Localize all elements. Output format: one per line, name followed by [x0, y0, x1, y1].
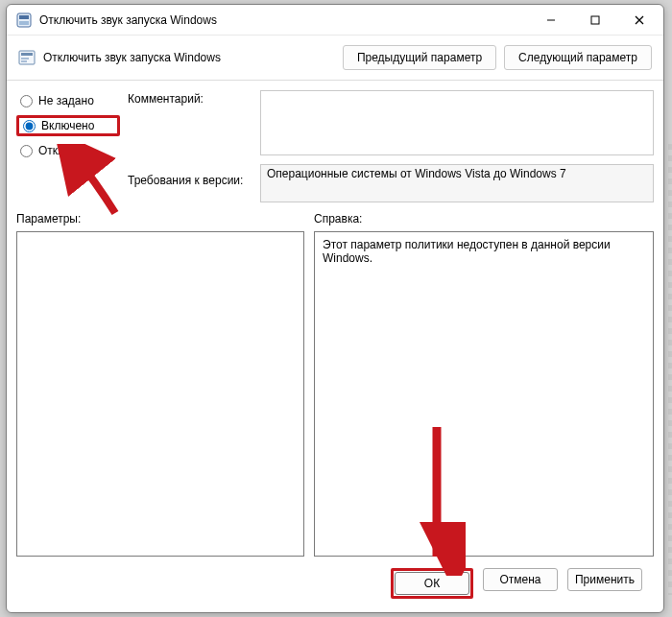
parameters-panel: Параметры:: [16, 212, 304, 557]
requirements-label: Требования к версии:: [128, 161, 252, 200]
radio-disabled[interactable]: Отключ: [16, 140, 120, 161]
policy-title: Отключить звук запуска Windows: [43, 51, 335, 64]
radio-not-configured-label: Не задано: [38, 94, 94, 107]
subheader: Отключить звук запуска Windows Предыдущи…: [7, 36, 663, 80]
radio-disabled-label: Отключ: [38, 144, 79, 157]
window-controls: [529, 6, 661, 35]
radio-enabled-input[interactable]: [23, 120, 36, 132]
help-panel: Справка: Этот параметр политики недоступ…: [314, 212, 654, 557]
footer: ОК Отмена Применить: [16, 557, 654, 612]
requirements-text: Операционные системы от Windows Vista до…: [267, 167, 566, 180]
comment-textarea[interactable]: [260, 90, 654, 155]
state-radio-group: Не задано Включено Отключ: [16, 86, 120, 202]
ok-button[interactable]: ОК: [395, 572, 469, 595]
window-title: Отключить звук запуска Windows: [39, 13, 529, 27]
policy-editor-window: Отключить звук запуска Windows Отключить…: [6, 4, 664, 613]
svg-rect-8: [21, 53, 33, 56]
help-label: Справка:: [314, 212, 654, 225]
background-strip: [668, 144, 672, 595]
policy-icon: [18, 49, 36, 66]
help-text: Этот параметр политики недоступен в данн…: [323, 238, 611, 265]
radio-enabled-label: Включено: [41, 119, 94, 132]
previous-setting-button[interactable]: Предыдущий параметр: [343, 45, 496, 70]
requirements-box[interactable]: Операционные системы от Windows Vista до…: [260, 164, 654, 202]
maximize-button[interactable]: [573, 6, 617, 35]
next-setting-button[interactable]: Следующий параметр: [504, 45, 652, 70]
svg-rect-9: [21, 58, 29, 59]
svg-rect-2: [19, 21, 29, 25]
field-labels: Комментарий: Требования к версии:: [128, 86, 252, 202]
content-area: Не задано Включено Отключ Комментарий: Т…: [7, 81, 663, 612]
apply-button[interactable]: Применить: [567, 568, 642, 591]
radio-not-configured-input[interactable]: [20, 95, 33, 107]
parameters-label: Параметры:: [16, 212, 304, 225]
upper-row: Не задано Включено Отключ Комментарий: Т…: [16, 86, 654, 202]
minimize-button[interactable]: [529, 6, 573, 35]
radio-enabled[interactable]: Включено: [16, 115, 120, 136]
help-box[interactable]: Этот параметр политики недоступен в данн…: [314, 231, 654, 557]
cancel-button[interactable]: Отмена: [483, 568, 558, 591]
svg-rect-1: [19, 15, 29, 19]
radio-disabled-input[interactable]: [20, 145, 33, 157]
comment-label: Комментарий:: [128, 90, 252, 161]
radio-not-configured[interactable]: Не задано: [16, 90, 120, 111]
ok-button-highlight: ОК: [391, 568, 473, 599]
svg-rect-10: [21, 60, 27, 62]
window-icon: [16, 12, 32, 28]
parameters-box[interactable]: [16, 231, 304, 557]
svg-rect-4: [591, 16, 599, 24]
field-values: Операционные системы от Windows Vista до…: [260, 86, 654, 202]
close-button[interactable]: [617, 6, 661, 35]
lower-row: Параметры: Справка: Этот параметр полити…: [16, 212, 654, 557]
titlebar: Отключить звук запуска Windows: [7, 5, 663, 36]
